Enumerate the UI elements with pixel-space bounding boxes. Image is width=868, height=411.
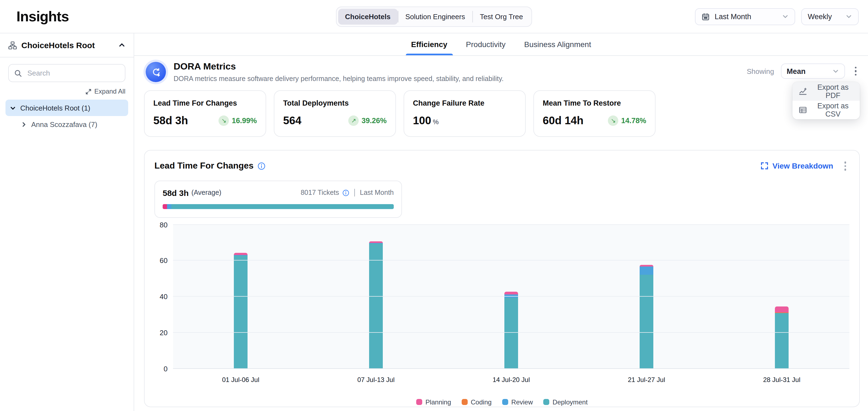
progress-segment-review (167, 204, 172, 209)
search-icon (14, 69, 22, 77)
export-pdf-label: Export as PDF (812, 83, 854, 100)
trend-arrow-icon: ↘ (608, 115, 618, 126)
y-tick-label: 60 (160, 257, 167, 265)
chart-kebab-menu-button[interactable] (841, 159, 849, 173)
phase-progress-bar (163, 204, 394, 209)
trend-percent: 16.99% (231, 116, 257, 125)
tree-item-label: Anna Scozzafava (7) (31, 120, 97, 128)
sidebar-collapse-button[interactable] (118, 42, 125, 49)
tickets-count: 8017 Tickets (301, 189, 339, 197)
y-tick-label: 40 (160, 293, 167, 301)
bar-segment-deployment (640, 274, 653, 369)
legend-swatch (502, 399, 508, 405)
export-pdf-menu-item[interactable]: Export as PDF (793, 82, 860, 101)
legend-item-planning[interactable]: Planning (416, 398, 451, 406)
sidebar: ChoiceHotels Root Expand All (0, 33, 134, 411)
x-tick-label: 01 Jul-06 Jul (173, 376, 308, 383)
bar-segment-planning (775, 306, 788, 312)
showing-label: Showing (747, 67, 774, 75)
dora-cycle-icon (146, 62, 166, 82)
metric-card-value: 100 (413, 114, 431, 127)
info-icon[interactable] (342, 189, 349, 196)
chevron-down-icon[interactable] (10, 105, 16, 111)
showing-select[interactable]: Mean (781, 64, 845, 79)
granularity-value: Weekly (808, 12, 841, 21)
legend-item-review[interactable]: Review (502, 398, 533, 406)
granularity-dropdown[interactable]: Weekly (801, 8, 859, 25)
view-breakdown-label: View Breakdown (772, 162, 833, 170)
org-tab-choicehotels[interactable]: ChoiceHotels (338, 9, 398, 25)
x-tick-label: 07 Jul-13 Jul (308, 376, 443, 383)
metric-card-total-deployments: Total Deployments 564 ↗39.26% (274, 90, 396, 137)
trend-percent: 39.26% (362, 116, 386, 125)
trend-badge: ↘16.99% (218, 115, 257, 126)
info-icon[interactable] (257, 162, 266, 170)
metric-card-title: Total Deployments (283, 99, 386, 107)
search-input[interactable] (26, 68, 119, 78)
y-tick-label: 80 (160, 220, 167, 229)
main: Efficiency Productivity Business Alignme… (134, 33, 868, 411)
chevron-right-icon[interactable] (21, 121, 27, 127)
y-tick-label: 0 (164, 365, 167, 373)
legend-item-deployment[interactable]: Deployment (543, 398, 588, 406)
chart-line-plus-icon (799, 87, 807, 96)
dora-header: DORA Metrics DORA metrics measure softwa… (144, 61, 860, 83)
legend-label: Planning (426, 398, 451, 406)
legend-swatch (543, 399, 549, 405)
stacked-bar[interactable] (369, 225, 383, 369)
stacked-bar[interactable] (775, 225, 788, 369)
chevron-down-icon (782, 13, 788, 20)
x-tick-label: 21 Jul-27 Jul (579, 376, 714, 383)
tree-item-anna-scozzafava[interactable]: Anna Scozzafava (7) (17, 116, 128, 132)
dora-title: DORA Metrics (174, 61, 503, 72)
metric-card-title: Change Failure Rate (413, 99, 517, 107)
stacked-bar[interactable] (234, 225, 248, 369)
trend-badge: ↘14.78% (608, 115, 646, 126)
x-axis: 01 Jul-06 Jul07 Jul-13 Jul14 Jul-20 Jul2… (154, 376, 849, 383)
divider (354, 189, 355, 197)
date-range-dropdown[interactable]: Last Month (695, 8, 795, 25)
plot-area (173, 225, 849, 369)
metric-card-value: 564 (283, 114, 302, 127)
expand-all-button[interactable]: Expand All (86, 88, 125, 95)
showing-value: Mean (787, 67, 832, 75)
export-csv-menu-item[interactable]: Export as CSV (793, 101, 860, 119)
x-tick-label: 14 Jul-20 Jul (443, 376, 579, 383)
progress-segment-deployment (172, 204, 394, 209)
stacked-bar[interactable] (504, 225, 518, 369)
x-tick-label: 28 Jul-31 Jul (714, 376, 849, 383)
tab-efficiency[interactable]: Efficiency (410, 33, 448, 55)
stacked-bar[interactable] (640, 225, 653, 369)
metric-card-value: 60d 14h (543, 114, 584, 127)
chevron-down-icon (845, 13, 852, 20)
chart-section-title: Lead Time For Changes (154, 161, 253, 171)
tree-item-choicehotels-root[interactable]: ChoiceHotels Root (1) (5, 100, 128, 116)
bar-segment-deployment (775, 313, 788, 369)
org-tab-test-org-tree[interactable]: Test Org Tree (473, 9, 530, 25)
metric-card-mean-time-to-restore: Mean Time To Restore 60d 14h ↘14.78% (533, 90, 655, 137)
lead-time-chart-card: Lead Time For Changes View Breakdown (144, 150, 860, 407)
org-switcher: ChoiceHotels Solution Engineers Test Org… (336, 7, 532, 27)
expand-corners-icon (761, 162, 769, 170)
average-summary-card: 58d 3h (Average) 8017 Tickets Last Month (154, 180, 402, 217)
legend-item-coding[interactable]: Coding (461, 398, 492, 406)
export-csv-label: Export as CSV (812, 102, 854, 118)
metric-card-unit: % (433, 118, 439, 126)
view-tabs: Efficiency Productivity Business Alignme… (134, 33, 868, 56)
expand-all-label: Expand All (94, 88, 125, 95)
legend-swatch (461, 399, 467, 405)
bar-segment-deployment (234, 255, 248, 369)
trend-arrow-icon: ↘ (218, 115, 229, 126)
legend-label: Deployment (553, 398, 588, 406)
metric-card-value: 58d 3h (153, 114, 188, 127)
org-tree-icon (8, 41, 17, 49)
legend-swatch (416, 399, 422, 405)
calendar-icon (702, 12, 710, 21)
dora-kebab-menu-button[interactable] (851, 65, 860, 78)
org-tab-solution-engineers[interactable]: Solution Engineers (398, 9, 472, 25)
tab-business-alignment[interactable]: Business Alignment (523, 33, 592, 55)
tab-productivity[interactable]: Productivity (465, 33, 507, 55)
bar-segment-planning (504, 292, 518, 295)
progress-segment-planning (163, 204, 167, 209)
view-breakdown-button[interactable]: View Breakdown (761, 162, 833, 170)
